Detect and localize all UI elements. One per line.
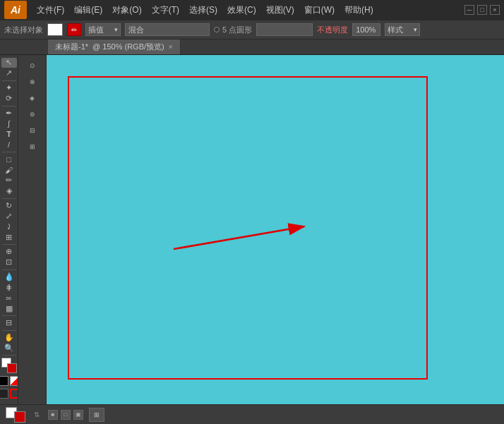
align-tool[interactable]: ⊜ bbox=[25, 107, 40, 122]
direct-selection-tool[interactable]: ↗ bbox=[1, 68, 17, 78]
opacity-label: 不透明度 bbox=[317, 25, 348, 35]
libraries-icon: ⊗ bbox=[30, 78, 35, 85]
dot-label: 5 点圆形 bbox=[222, 25, 252, 35]
interpolate-dropdown[interactable]: 插值 bbox=[85, 23, 121, 36]
none-color-indicator[interactable] bbox=[0, 376, 8, 386]
free-transform-tool[interactable]: ⊞ bbox=[1, 232, 17, 242]
mesh-tool[interactable]: ⋕ bbox=[1, 282, 17, 292]
libraries-tool[interactable]: ⊗ bbox=[25, 74, 40, 90]
tab-subtitle: @ 150% (RGB/预览) bbox=[92, 42, 164, 52]
window-controls: ─ □ × bbox=[464, 5, 500, 15]
paintbrush-icon: 🖌 bbox=[5, 166, 13, 174]
tool-separator-6 bbox=[2, 269, 16, 270]
free-transform-icon: ⊞ bbox=[6, 233, 12, 242]
selection-tool[interactable]: ↖ bbox=[1, 58, 17, 68]
pencil-mode-button[interactable]: ✏ bbox=[67, 23, 81, 36]
warp-tool[interactable]: ⤸ bbox=[1, 222, 17, 231]
menu-view[interactable]: 视图(V) bbox=[262, 3, 299, 18]
status-color-swatches[interactable] bbox=[6, 407, 25, 423]
fill-button[interactable] bbox=[0, 389, 8, 399]
tool-separator-3 bbox=[2, 152, 16, 152]
mesh-icon: ⋕ bbox=[6, 283, 12, 292]
dot-indicator bbox=[214, 27, 220, 32]
pathfinder-tool[interactable]: ⊟ bbox=[25, 123, 40, 138]
zoom-tool[interactable]: 🔍 bbox=[1, 343, 17, 353]
left-toolbar: ↖ ↗ ✦ ⟳ ✒ ∫ T / □ 🖌 ✏ bbox=[0, 55, 18, 404]
tool-separator-4 bbox=[2, 198, 16, 199]
column-graph-tool[interactable]: ▦ bbox=[1, 303, 17, 313]
curvature-tool[interactable]: ∫ bbox=[1, 119, 17, 128]
default-colors-button[interactable] bbox=[10, 376, 19, 386]
hand-tool[interactable]: ✋ bbox=[1, 332, 17, 342]
scale-tool[interactable]: ⤢ bbox=[1, 211, 17, 221]
menu-select[interactable]: 选择(S) bbox=[185, 3, 222, 18]
tab-bar: 未标题-1* @ 150% (RGB/预览) × bbox=[0, 40, 504, 55]
paintbrush-tool[interactable]: 🖌 bbox=[1, 165, 17, 175]
tool-separator-7 bbox=[2, 315, 16, 316]
artboard-tool[interactable]: ⊟ bbox=[1, 318, 17, 328]
swap-colors-icon[interactable]: ⇅ bbox=[34, 411, 40, 418]
rotate-tool[interactable]: ↻ bbox=[1, 200, 17, 210]
column-graph-icon: ▦ bbox=[6, 304, 13, 313]
menu-help[interactable]: 帮助(H) bbox=[340, 3, 378, 18]
right-toolbar: ⊙ ⊗ ◈ ⊜ ⊟ ⊞ bbox=[18, 55, 47, 404]
shape-dropdown[interactable] bbox=[256, 23, 313, 36]
restore-button[interactable]: □ bbox=[477, 5, 487, 15]
opacity-field[interactable]: 100% bbox=[352, 23, 380, 36]
blend-tool[interactable]: ∞ bbox=[1, 293, 17, 303]
line-icon: / bbox=[8, 140, 10, 149]
line-tool[interactable]: / bbox=[1, 140, 17, 150]
perspective-icon: ⊡ bbox=[6, 258, 12, 267]
perspective-tool[interactable]: ⊡ bbox=[1, 258, 17, 267]
menu-edit[interactable]: 编辑(E) bbox=[70, 3, 107, 18]
warp-icon: ⤸ bbox=[6, 222, 12, 231]
blend-icon: ∞ bbox=[6, 293, 12, 302]
menu-window[interactable]: 窗口(W) bbox=[300, 3, 339, 18]
gradient-indicator[interactable]: ▣ bbox=[73, 410, 83, 420]
title-bar: Ai 文件(F) 编辑(E) 对象(O) 文字(T) 选择(S) 效果(C) 视… bbox=[0, 0, 504, 20]
minimize-button[interactable]: ─ bbox=[464, 5, 474, 15]
transform-icon: ⊞ bbox=[30, 143, 35, 150]
lasso-tool[interactable]: ⟳ bbox=[1, 94, 17, 104]
fill-indicator[interactable]: ■ bbox=[48, 410, 58, 420]
color-swatches[interactable] bbox=[1, 358, 17, 373]
close-button[interactable]: × bbox=[490, 5, 500, 15]
shape-builder-tool[interactable]: ⊕ bbox=[1, 247, 17, 257]
canvas-area[interactable] bbox=[47, 55, 504, 404]
type-icon: T bbox=[6, 130, 11, 138]
no-selection-label: 未选择对象 bbox=[4, 25, 43, 35]
eraser-tool[interactable]: ◈ bbox=[1, 186, 17, 196]
scale-icon: ⤢ bbox=[6, 212, 12, 221]
navigator-tool[interactable]: ⊙ bbox=[25, 58, 40, 73]
pencil-tool[interactable]: ✏ bbox=[1, 176, 17, 186]
tab-close-button[interactable]: × bbox=[169, 43, 173, 51]
rect-tool[interactable]: □ bbox=[1, 155, 17, 164]
type-tool[interactable]: T bbox=[1, 129, 17, 139]
stroke-button[interactable] bbox=[10, 389, 19, 399]
magic-wand-tool[interactable]: ✦ bbox=[1, 83, 17, 93]
status-background-swatch[interactable] bbox=[14, 411, 25, 423]
document-tab[interactable]: 未标题-1* @ 150% (RGB/预览) × bbox=[48, 40, 181, 54]
lasso-icon: ⟳ bbox=[6, 94, 12, 103]
selection-icon: ↖ bbox=[6, 58, 12, 67]
eyedropper-tool[interactable]: 💧 bbox=[1, 272, 17, 281]
background-color-swatch[interactable] bbox=[7, 363, 17, 373]
menu-effect[interactable]: 效果(C) bbox=[223, 3, 260, 18]
tool-separator-1 bbox=[2, 80, 16, 81]
style-dropdown[interactable]: 样式 bbox=[385, 23, 420, 36]
eraser-icon: ◈ bbox=[6, 186, 12, 195]
pencil-icon: ✏ bbox=[6, 176, 12, 185]
transform-panel[interactable]: ⊞ bbox=[25, 139, 40, 155]
menu-object[interactable]: 对象(O) bbox=[108, 3, 145, 18]
panel-toggle-button[interactable]: ⊞ bbox=[89, 408, 104, 422]
zoom-icon: 🔍 bbox=[4, 344, 14, 353]
menu-type[interactable]: 文字(T) bbox=[148, 3, 184, 18]
stroke-color-swatch[interactable] bbox=[47, 23, 63, 36]
blend-field[interactable]: 混合 bbox=[125, 23, 210, 36]
tool-separator-8 bbox=[2, 330, 16, 331]
menu-file[interactable]: 文件(F) bbox=[32, 3, 68, 18]
appearance-tool[interactable]: ◈ bbox=[25, 90, 40, 106]
pen-tool[interactable]: ✒ bbox=[1, 108, 17, 118]
curvature-icon: ∫ bbox=[8, 119, 10, 128]
stroke-indicator[interactable]: □ bbox=[61, 410, 71, 420]
